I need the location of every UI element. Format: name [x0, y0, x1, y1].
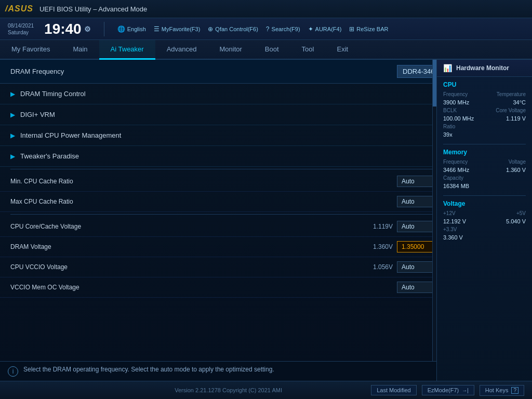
nav-boot[interactable]: Boot — [254, 40, 290, 60]
hw-v33-value: 3.360 V — [443, 234, 463, 241]
hw-v33-row: +3.3V — [443, 227, 526, 232]
time-bar: 08/14/2021 Saturday 19:40 ⚙ 🌐 English ☰ … — [0, 18, 532, 40]
time-divider — [104, 22, 104, 36]
hw-voltage-section: Voltage +12V +5V 12.192 V 5.040 V +3.3V … — [437, 196, 532, 247]
hw-v12-value: 12.192 V — [443, 218, 466, 224]
nav-monitor-label: Monitor — [220, 45, 242, 53]
nav-tool-label: Tool — [302, 45, 314, 53]
hw-cpu-corevolt-label: Core Voltage — [496, 108, 526, 113]
dram-voltage-pre: 1.360V — [364, 243, 393, 250]
version-text: Version 2.21.1278 Copyright (C) 2021 AMI — [86, 387, 371, 393]
language-selector[interactable]: 🌐 English — [117, 25, 146, 33]
search-label: Search(F9) — [272, 26, 300, 32]
hw-cpu-freq-row: Frequency Temperature — [443, 91, 526, 97]
dram-frequency-label: DRAM Frequency — [10, 68, 397, 75]
nav-ai-tweaker-label: Ai Tweaker — [111, 45, 144, 53]
expand-arrow-icon: ▶ — [10, 111, 15, 118]
myfav-label: MyFavorite(F3) — [162, 26, 201, 32]
hw-mem-cap-val-row: 16384 MB — [443, 183, 526, 189]
nav-tool[interactable]: Tool — [290, 40, 326, 60]
nav-main-label: Main — [73, 45, 87, 53]
hw-cpu-freq-label: Frequency — [443, 91, 468, 97]
search-button[interactable]: ? Search(F9) — [266, 25, 300, 33]
hw-v12-row: +12V +5V — [443, 210, 526, 216]
info-bar: i Select the DRAM operating frequency. S… — [0, 361, 436, 381]
hw-mem-freq-label: Frequency — [443, 159, 468, 165]
asus-logo-text: /ASUS — [5, 4, 33, 14]
expand-arrow-icon: ▶ — [10, 132, 15, 139]
min-cpu-cache-ratio-label: Min. CPU Cache Ratio — [10, 178, 397, 185]
aura-icon: ✦ — [308, 25, 313, 33]
date-block: 08/14/2021 Saturday — [8, 22, 34, 36]
hw-cpu-freq-val-row: 3900 MHz 34°C — [443, 99, 526, 105]
hw-cpu-ratio-label: Ratio — [443, 124, 455, 129]
hw-cpu-ratio-row: Ratio — [443, 124, 526, 129]
hot-keys-button[interactable]: Hot Keys ? — [480, 385, 524, 396]
resize-bar-button[interactable]: ⊞ ReSize BAR — [349, 25, 388, 33]
myfavorite-button[interactable]: ☰ MyFavorite(F3) — [154, 25, 201, 33]
gear-icon[interactable]: ⚙ — [84, 25, 91, 33]
hw-monitor-header: 📊 Hardware Monitor — [437, 60, 532, 77]
nav-ai-tweaker[interactable]: Ai Tweaker — [99, 40, 155, 60]
qfan-button[interactable]: ⊕ Qfan Control(F6) — [208, 25, 258, 33]
nav-exit[interactable]: Exit — [325, 40, 360, 60]
nav-boot-label: Boot — [265, 45, 279, 53]
info-text: Select the DRAM operating frequency. Sel… — [23, 366, 274, 373]
nav-main[interactable]: Main — [61, 40, 99, 60]
bottom-bar: Version 2.21.1278 Copyright (C) 2021 AMI… — [0, 381, 532, 399]
hw-cpu-bclk-val-row: 100.00 MHz 1.119 V — [443, 115, 526, 122]
question-icon: ? — [511, 387, 518, 394]
day: Saturday — [8, 29, 34, 36]
date: 08/14/2021 — [8, 22, 34, 29]
top-menu-items: 🌐 English ☰ MyFavorite(F3) ⊕ Qfan Contro… — [117, 25, 389, 33]
hw-monitor-title: Hardware Monitor — [456, 64, 509, 72]
hw-cpu-ratio-value: 39x — [443, 131, 453, 138]
vccio-mem-oc-voltage-label: VCCIO Mem OC Voltage — [10, 284, 397, 291]
nav-exit-label: Exit — [337, 45, 348, 53]
hw-mem-volt-value: 1.360 V — [506, 167, 526, 173]
hw-memory-section: Memory Frequency Voltage 3466 MHz 1.360 … — [437, 144, 532, 195]
hot-keys-label: Hot Keys — [485, 387, 509, 393]
main-layout: DRAM Frequency DDR4-3466MHz Auto DDR4-80… — [0, 60, 532, 381]
resize-label: ReSize BAR — [356, 26, 388, 32]
hw-cpu-section: CPU Frequency Temperature 3900 MHz 34°C … — [437, 77, 532, 144]
myfav-icon: ☰ — [154, 25, 159, 33]
cpu-vccio-voltage-pre: 1.056V — [364, 263, 393, 271]
arrow-right-icon: →| — [462, 388, 469, 393]
hw-cpu-bclk-value: 100.00 MHz — [443, 115, 474, 122]
info-icon: i — [8, 366, 18, 377]
max-cpu-cache-ratio-label: Max CPU Cache Ratio — [10, 198, 397, 205]
hw-mem-freq-val-row: 3466 MHz 1.360 V — [443, 167, 526, 173]
hw-mem-volt-label: Voltage — [509, 159, 526, 165]
nav-advanced-label: Advanced — [167, 45, 197, 53]
hw-memory-title: Memory — [443, 149, 526, 156]
last-modified-button[interactable]: Last Modified — [371, 385, 416, 395]
globe-icon: 🌐 — [117, 25, 125, 33]
tweakers-paradise-label: Tweaker's Paradise — [20, 152, 79, 160]
internal-cpu-power-label: Internal CPU Power Management — [20, 131, 121, 139]
aura-label: AURA(F4) — [315, 26, 342, 32]
ez-mode-button[interactable]: EzMode(F7) →| — [422, 385, 474, 395]
dram-timing-control-label: DRAM Timing Control — [20, 90, 86, 98]
language-label: English — [127, 26, 146, 32]
ez-mode-label: EzMode(F7) — [428, 387, 459, 393]
time-value: 19:40 — [44, 21, 82, 37]
hw-cpu-temp-label: Temperature — [497, 91, 526, 97]
nav-monitor[interactable]: Monitor — [208, 40, 254, 60]
expand-arrow-icon: ▶ — [10, 153, 15, 160]
qfan-label: Qfan Control(F6) — [215, 26, 258, 32]
header: /ASUS UEFI BIOS Utility – Advanced Mode — [0, 0, 532, 18]
expand-arrow-icon: ▶ — [10, 90, 15, 98]
hw-mem-cap-value: 16384 MB — [443, 183, 469, 189]
nav-advanced[interactable]: Advanced — [155, 40, 208, 60]
scroll-indicator[interactable] — [432, 60, 436, 361]
aura-button[interactable]: ✦ AURA(F4) — [308, 25, 342, 33]
resize-icon: ⊞ — [349, 25, 354, 33]
nav-my-favorites[interactable]: My Favorites — [0, 40, 61, 60]
nav-bar: My Favorites Main Ai Tweaker Advanced Mo… — [0, 40, 532, 60]
header-title: UEFI BIOS Utility – Advanced Mode — [39, 5, 147, 13]
asus-logo: /ASUS — [5, 4, 33, 14]
time-display: 19:40 ⚙ — [44, 21, 91, 37]
digi-vrm-label: DIGI+ VRM — [20, 111, 55, 118]
cpu-vccio-voltage-label: CPU VCCIO Voltage — [10, 263, 364, 271]
